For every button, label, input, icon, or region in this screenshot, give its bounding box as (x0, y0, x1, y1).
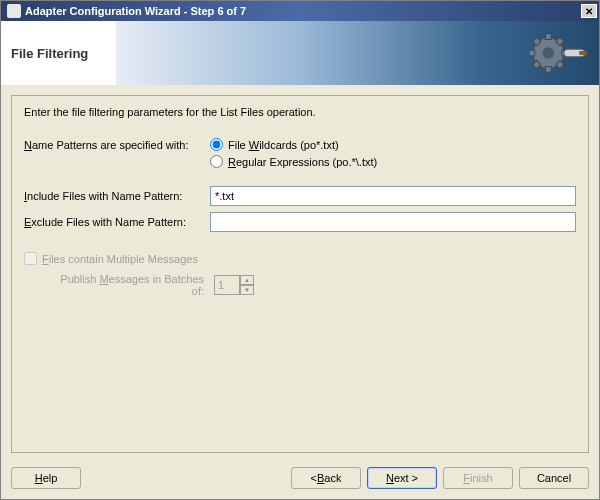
multi-messages-label: Files contain Multiple Messages (42, 253, 198, 265)
radio-file-wildcards[interactable]: File Wildcards (po*.txt) (210, 138, 339, 151)
batch-input (214, 275, 240, 295)
svg-rect-3 (545, 67, 551, 73)
svg-rect-2 (545, 34, 551, 40)
button-bar: Help < Back Next > Finish Cancel (1, 459, 599, 499)
main-panel: Enter the file filtering parameters for … (11, 95, 589, 453)
back-button[interactable]: < Back (291, 467, 361, 489)
help-button[interactable]: Help (11, 467, 81, 489)
exclude-pattern-label: Exclude Files with Name Pattern: (24, 216, 210, 228)
close-button[interactable]: ✕ (581, 4, 597, 18)
radio-regex-input[interactable] (210, 155, 223, 168)
batch-label: Publish Messages in Batches of: (48, 273, 210, 297)
app-icon (7, 4, 21, 18)
wizard-content: Enter the file filtering parameters for … (1, 85, 599, 459)
multi-messages-checkbox (24, 252, 37, 265)
finish-button: Finish (443, 467, 513, 489)
cancel-button[interactable]: Cancel (519, 467, 589, 489)
close-icon: ✕ (585, 6, 593, 17)
exclude-pattern-input[interactable] (210, 212, 576, 232)
title-bar: Adapter Configuration Wizard - Step 6 of… (1, 1, 599, 21)
wizard-window: Adapter Configuration Wizard - Step 6 of… (0, 0, 600, 500)
svg-point-1 (543, 47, 555, 59)
radio-file-wildcards-input[interactable] (210, 138, 223, 151)
gear-plug-icon (529, 31, 587, 75)
wizard-header: File Filtering (1, 21, 599, 85)
svg-rect-11 (579, 51, 587, 55)
batch-spinner: ▲ ▼ (214, 275, 254, 295)
include-pattern-input[interactable] (210, 186, 576, 206)
next-button[interactable]: Next > (367, 467, 437, 489)
spinner-up: ▲ (240, 275, 254, 285)
include-pattern-label: Include Files with Name Pattern: (24, 190, 210, 202)
spinner-down: ▼ (240, 285, 254, 295)
radio-regex[interactable]: Regular Expressions (po.*\.txt) (210, 155, 377, 168)
page-title: File Filtering (1, 21, 116, 85)
instruction-text: Enter the file filtering parameters for … (24, 106, 576, 118)
name-patterns-label: Name Patterns are specified with: (24, 139, 210, 151)
disabled-section: Files contain Multiple Messages Publish … (24, 252, 576, 297)
svg-rect-4 (529, 50, 535, 56)
window-title: Adapter Configuration Wizard - Step 6 of… (25, 5, 246, 17)
